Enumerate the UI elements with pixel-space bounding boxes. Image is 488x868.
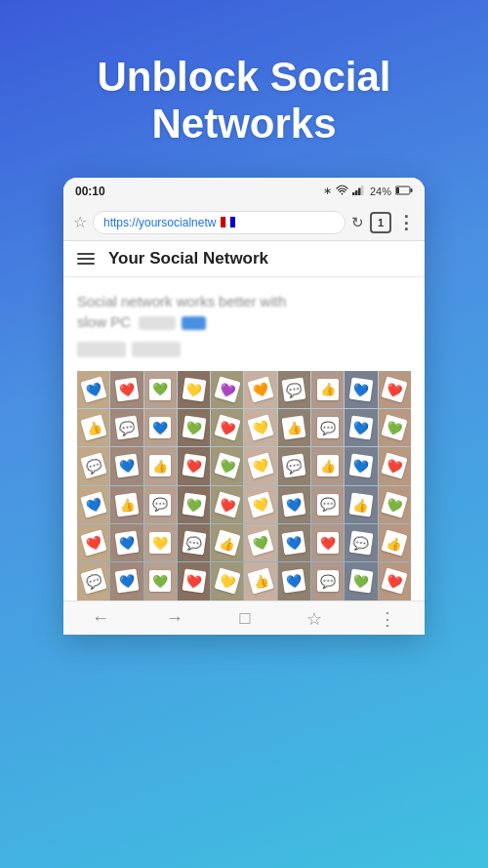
tab-count[interactable]: 1 — [370, 212, 391, 233]
mini-sign: 💙 — [115, 531, 140, 556]
url-text: https://yoursocialnetw — [103, 216, 216, 229]
mini-sign: 💛 — [214, 568, 240, 595]
crowd-cell: 💛 — [244, 447, 276, 484]
mini-sign: 💬 — [282, 454, 306, 478]
mini-sign: 👍 — [80, 414, 106, 440]
mini-sign: 💬 — [282, 377, 306, 401]
mini-sign: 💬 — [80, 568, 106, 595]
crowd-cell: 👍 — [211, 524, 243, 561]
mini-sign: 👍 — [115, 492, 140, 517]
crowd-cell: 💬 — [77, 447, 109, 484]
mini-sign: 👍 — [248, 568, 274, 595]
browser-bar: ☆ https://yoursocialnetw ↻ 1 ⋮ — [63, 205, 425, 241]
mini-sign: 💚 — [149, 570, 171, 592]
mini-sign: 💛 — [248, 453, 274, 479]
browser-menu-icon[interactable]: ⋮ — [397, 212, 415, 233]
url-bar[interactable]: https://yoursocialnetw — [93, 211, 346, 234]
browser-nav-bar: Your Social Network — [63, 241, 425, 277]
crowd-cell: ❤️ — [211, 486, 243, 523]
crowd-cell: 💙 — [110, 524, 142, 561]
mini-sign: 💚 — [382, 491, 408, 517]
mini-sign: 💬 — [317, 494, 339, 516]
mini-sign: 👍 — [349, 492, 374, 517]
crowd-cell: 👍 — [244, 562, 276, 599]
crowd-cell: 👍 — [379, 524, 411, 561]
mini-sign: ❤️ — [382, 568, 408, 595]
mini-sign: 💚 — [182, 416, 206, 440]
crowd-image: 💙❤️💚💛💜🧡💬👍💙❤️👍💬💙💚❤️💛👍💬💙💚💬💙👍❤️💚💛💬👍💙❤️💙👍💬💚❤… — [77, 371, 411, 600]
mini-sign: 💙 — [80, 376, 106, 402]
crowd-cell: 💬 — [77, 562, 109, 599]
mini-sign: 👍 — [149, 455, 171, 476]
hamburger-menu-icon[interactable] — [77, 253, 95, 265]
tag-1 — [77, 342, 126, 357]
crowd-cell: 💙 — [278, 562, 310, 599]
forward-button[interactable]: → — [166, 608, 183, 629]
status-icons: ∗ 24% — [323, 185, 413, 197]
crowd-cell: 💬 — [178, 524, 210, 561]
overflow-menu-button[interactable]: ⋮ — [379, 608, 396, 630]
mini-sign: 💙 — [349, 416, 374, 440]
crowd-cell: 💚 — [178, 486, 210, 523]
svg-rect-4 — [361, 186, 364, 195]
crowd-cell: ❤️ — [379, 447, 411, 484]
mini-sign: ❤️ — [182, 454, 206, 478]
mini-sign: ❤️ — [382, 453, 408, 479]
mini-sign: 💬 — [115, 416, 140, 440]
status-bar: 00:10 ∗ 24% — [63, 178, 425, 205]
crowd-cell: 💛 — [178, 371, 210, 408]
crowd-cell: 💬 — [345, 524, 377, 561]
crowd-cell: ❤️ — [110, 371, 142, 408]
mini-sign: 💬 — [149, 494, 171, 516]
hero-title-line1: Unblock Social — [97, 54, 390, 100]
svg-rect-1 — [352, 192, 355, 195]
bookmark-icon[interactable]: ☆ — [73, 213, 87, 231]
wifi-icon — [336, 185, 348, 197]
crowd-cell: ❤️ — [77, 524, 109, 561]
phone-mockup: 00:10 ∗ 24% — [63, 178, 425, 635]
article-headline: Social network works better withslow PC — [77, 291, 411, 332]
svg-rect-3 — [358, 188, 361, 196]
crowd-cell: 👍 — [345, 486, 377, 523]
mini-sign: ❤️ — [382, 376, 408, 402]
mini-sign: ❤️ — [80, 529, 106, 556]
home-button[interactable]: □ — [240, 608, 251, 629]
mini-sign: 💙 — [282, 492, 306, 517]
crowd-cell: 💚 — [244, 524, 276, 561]
tag-2 — [132, 342, 181, 357]
crowd-cell: ❤️ — [311, 524, 344, 561]
mini-sign: 👍 — [382, 529, 408, 556]
reload-icon[interactable]: ↻ — [351, 214, 364, 231]
mini-sign: 💛 — [248, 491, 274, 517]
crowd-cell: 💚 — [379, 486, 411, 523]
mini-sign: 💚 — [349, 569, 374, 594]
crowd-cell: 💙 — [345, 447, 377, 484]
hero-title: Unblock Social Networks — [0, 54, 488, 148]
mini-sign: 🧡 — [248, 376, 274, 402]
crowd-cell: 👍 — [77, 409, 109, 446]
crowd-cell: 💛 — [144, 524, 177, 561]
battery-icon — [395, 186, 413, 197]
back-button[interactable]: ← — [92, 608, 109, 629]
mini-sign: 💛 — [248, 414, 274, 440]
crowd-cell: 💙 — [144, 409, 177, 446]
mini-sign: 👍 — [317, 379, 339, 400]
mini-sign: ❤️ — [214, 414, 240, 440]
browser-bottom-nav[interactable]: ← → □ ☆ ⋮ — [63, 600, 425, 635]
mini-sign: 💙 — [115, 569, 140, 594]
mini-sign: 💙 — [282, 569, 306, 594]
crowd-cell: 💬 — [278, 447, 310, 484]
crowd-cell: 💙 — [77, 486, 109, 523]
bookmark-button[interactable]: ☆ — [306, 608, 322, 630]
crowd-cell: ❤️ — [379, 371, 411, 408]
crowd-cell: 💙 — [345, 371, 377, 408]
status-time: 00:10 — [75, 185, 105, 198]
crowd-cell: 💬 — [311, 409, 344, 446]
mini-sign: 💜 — [214, 376, 240, 402]
mini-sign: 💛 — [182, 377, 206, 401]
crowd-cell: 💙 — [110, 447, 142, 484]
crowd-cell: ❤️ — [379, 562, 411, 599]
mini-sign: 💚 — [382, 414, 408, 440]
crowd-cell: 👍 — [144, 447, 177, 484]
mini-sign: 💬 — [182, 531, 206, 556]
